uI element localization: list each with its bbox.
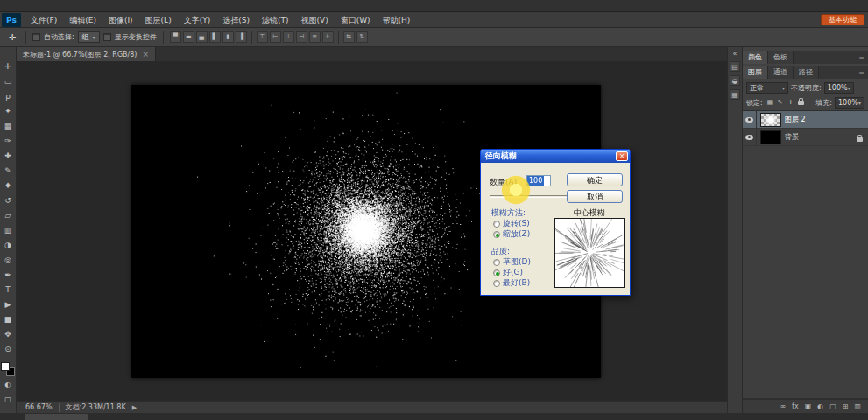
menu-image[interactable]: 图像(I)	[102, 12, 139, 28]
distribute-left-icon[interactable]: ⊣	[296, 32, 307, 43]
new-layer-icon[interactable]: ⊞	[843, 400, 849, 414]
blend-mode-select[interactable]: 正常 ▾	[746, 82, 788, 94]
distribute-middle-icon[interactable]: ⊢	[270, 32, 281, 43]
blur-center-preview[interactable]	[554, 218, 625, 288]
clone-stamp-tool-icon[interactable]: ♦	[1, 178, 16, 193]
info-panel-icon[interactable]: ▦	[730, 89, 740, 100]
dock-expand-icon[interactable]: «	[733, 50, 737, 58]
opacity-input[interactable]: 100% ▾	[824, 82, 854, 94]
link-layers-icon[interactable]: ∞	[780, 400, 786, 414]
layer-mask-icon[interactable]: ▣	[805, 400, 812, 414]
distribute-right-icon[interactable]: ⊦	[322, 32, 334, 43]
align-bottom-icon[interactable]: ▄	[196, 32, 208, 43]
align-right-icon[interactable]: ▐	[236, 32, 247, 43]
menu-bar: Ps 文件(F)编辑(E)图像(I)图层(L)文字(Y)选择(S)滤镜(T)视图…	[0, 12, 868, 28]
panel-tab-layers[interactable]: 图层	[743, 66, 768, 79]
show-transform-checkbox[interactable]	[103, 33, 111, 41]
panel-tab-swatches[interactable]: 色板	[768, 51, 794, 64]
menu-select[interactable]: 选择(S)	[216, 12, 256, 28]
healing-tool-icon[interactable]: ✚	[1, 149, 16, 164]
move-tool-icon[interactable]: ✛	[1, 60, 16, 74]
pen-tool-icon[interactable]: ✒	[1, 268, 16, 283]
menu-type[interactable]: 文字(Y)	[178, 12, 217, 28]
marquee-tool-icon[interactable]: ▭	[1, 74, 16, 89]
panel-menu-icon[interactable]: ≡	[858, 69, 868, 79]
auto-select-checkbox[interactable]	[32, 33, 40, 41]
brush-tool-icon[interactable]: ✎	[1, 164, 16, 178]
hand-tool-icon[interactable]: ✥	[1, 327, 16, 342]
tab-close-icon[interactable]: ×	[142, 50, 149, 59]
menu-edit[interactable]: 编辑(E)	[63, 12, 102, 28]
dialog-close-icon[interactable]: ×	[616, 151, 628, 161]
lock-all-icon[interactable]	[798, 101, 804, 105]
shape-tool-icon[interactable]: ■	[1, 312, 16, 327]
history-brush-tool-icon[interactable]: ↺	[1, 193, 16, 208]
path-select-tool-icon[interactable]: ▶	[1, 298, 16, 312]
align-middle-icon[interactable]: ▬	[183, 32, 194, 43]
ok-button[interactable]: 确定	[567, 173, 623, 186]
align-center-icon[interactable]: ▮	[222, 32, 234, 43]
panel-tab-color[interactable]: 颜色	[743, 51, 768, 64]
layer-thumbnail[interactable]	[760, 113, 781, 127]
lock-transparency-icon[interactable]: ▦	[766, 98, 774, 108]
quick-mask-icon[interactable]: ◐	[1, 379, 16, 391]
quick-select-tool-icon[interactable]: ✦	[1, 104, 16, 119]
fill-input[interactable]: 100% ▾	[835, 97, 864, 108]
auto-align-icon[interactable]: ⇆	[343, 32, 355, 43]
lock-position-icon[interactable]: ✛	[787, 98, 795, 108]
radio-method-zoom[interactable]: 缩放(Z)	[493, 228, 530, 240]
radio-quality-best[interactable]: 最好(B)	[493, 277, 530, 289]
toggle-3d-icon[interactable]: ⇅	[356, 32, 368, 43]
menu-help[interactable]: 帮助(H)	[377, 12, 417, 28]
screen-mode-icon[interactable]: ▢	[1, 394, 16, 406]
menu-filter[interactable]: 滤镜(T)	[256, 12, 295, 28]
type-tool-icon[interactable]: T	[1, 283, 16, 298]
layer-row-layer-2[interactable]: 图层 2	[743, 111, 868, 129]
status-arrow-icon[interactable]: ▶	[132, 404, 137, 411]
zoom-level[interactable]: 66.67%	[25, 403, 53, 411]
gradient-tool-icon[interactable]: ▥	[1, 223, 16, 238]
document-tab[interactable]: 未标题-1 @ 66.7%(图层 2, RGB/8) ×	[17, 47, 156, 61]
workspace-button[interactable]: 基本功能	[821, 14, 864, 25]
properties-panel-icon[interactable]: ◒	[730, 75, 740, 86]
blur-tool-icon[interactable]: ◑	[1, 238, 16, 253]
panel-tab-paths[interactable]: 路径	[794, 66, 819, 79]
zoom-tool-icon[interactable]: ⊙	[1, 342, 16, 357]
tool-strip-tools: ✛▭ρ✦▦✑✚✎♦↺▱▥◑◎✒T▶■✥⊙	[1, 60, 16, 357]
foreground-color-swatch[interactable]	[1, 362, 10, 371]
history-panel-icon[interactable]: ▤	[730, 61, 740, 72]
align-top-icon[interactable]: ▀	[170, 32, 181, 43]
adjustment-layer-icon[interactable]: ◐	[817, 400, 823, 414]
layer-style-icon[interactable]: fx	[792, 400, 799, 414]
lock-pixels-icon[interactable]: ✎	[776, 98, 785, 108]
doc-size-info: 文档:2.33M/11.8K	[66, 402, 126, 412]
panel-tab-channels[interactable]: 通道	[768, 66, 794, 79]
dialog-title[interactable]: 径向模糊	[481, 150, 630, 163]
menu-view[interactable]: 视图(V)	[294, 12, 334, 28]
eraser-tool-icon[interactable]: ▱	[1, 208, 16, 223]
distribute-center-icon[interactable]: ≡	[309, 32, 321, 43]
align-left-icon[interactable]: ▌	[209, 32, 221, 43]
layer-visibility-toggle[interactable]	[743, 111, 757, 128]
layer-thumbnail[interactable]	[760, 130, 781, 144]
layer-visibility-toggle[interactable]	[743, 129, 757, 145]
amount-input[interactable]: 100	[526, 175, 551, 186]
menu-layer[interactable]: 图层(L)	[139, 12, 178, 28]
color-swatches[interactable]	[1, 362, 15, 376]
panel-menu-icon[interactable]: ≡	[858, 54, 868, 64]
distribute-bottom-icon[interactable]: ⊥	[283, 32, 294, 43]
auto-select-dropdown[interactable]: 组 ▾	[78, 32, 100, 43]
dock-icons: ▤◒▦	[730, 61, 740, 100]
cancel-button[interactable]: 取消	[567, 190, 623, 203]
minimized-panel-tab[interactable]	[25, 414, 88, 420]
lasso-tool-icon[interactable]: ρ	[1, 89, 16, 104]
dodge-tool-icon[interactable]: ◎	[1, 253, 16, 268]
eyedropper-tool-icon[interactable]: ✑	[1, 134, 16, 149]
menu-window[interactable]: 窗口(W)	[335, 12, 377, 28]
crop-tool-icon[interactable]: ▦	[1, 119, 16, 134]
new-group-icon[interactable]: ▢	[829, 400, 836, 414]
layer-row-background[interactable]: 背景	[743, 129, 868, 146]
distribute-top-icon[interactable]: ⊤	[257, 32, 268, 43]
menu-file[interactable]: 文件(F)	[25, 12, 63, 28]
delete-layer-icon[interactable]: ▥	[854, 400, 861, 414]
